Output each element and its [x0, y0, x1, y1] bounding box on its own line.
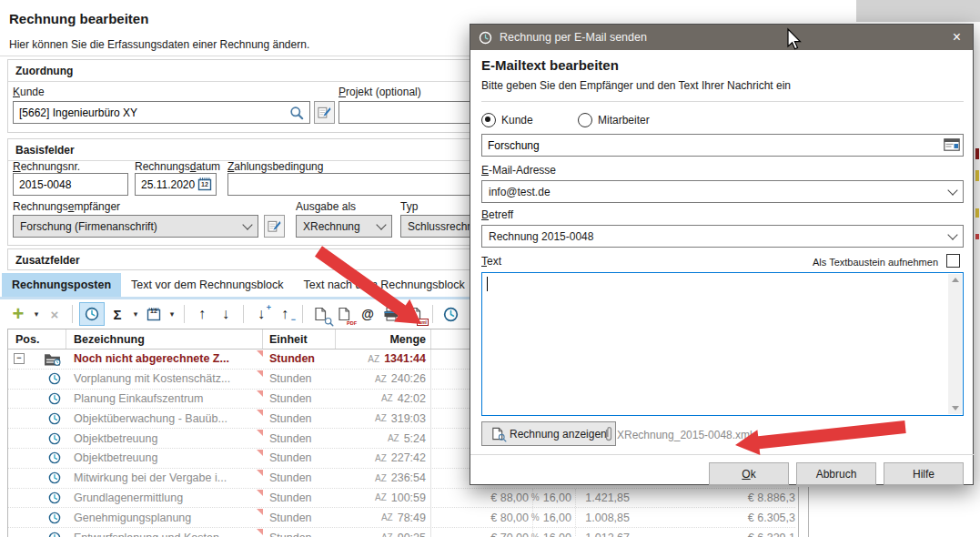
- empfaenger-edit-button[interactable]: [264, 215, 285, 238]
- typ-label: Typ: [400, 200, 418, 213]
- clock-icon: [48, 491, 61, 504]
- add-button[interactable]: +: [7, 303, 29, 325]
- radio-mitarbeiter[interactable]: Mitarbeiter: [578, 113, 650, 127]
- note-marker: [257, 509, 263, 515]
- print-preview-button[interactable]: [309, 303, 331, 325]
- radio-button-icon[interactable]: [578, 113, 592, 127]
- toolbar-separator: [243, 305, 244, 323]
- xrechnung-export-button[interactable]: xml: [404, 303, 426, 325]
- background-window-fragment: [975, 148, 979, 159]
- clock-icon: [48, 512, 61, 524]
- radio-button-icon[interactable]: [481, 113, 496, 127]
- collapse-toggle[interactable]: −: [14, 353, 25, 364]
- divider: [470, 454, 975, 455]
- clock-icon: [479, 31, 492, 45]
- note-marker: [257, 350, 263, 357]
- tab-rechnungsposten[interactable]: Rechnungsposten: [2, 273, 121, 297]
- clock-icon: [48, 372, 61, 385]
- attachment-name[interactable]: XRechnung_2015-0048.xml: [617, 429, 753, 441]
- rechnung-anzeigen-button[interactable]: Rechnung anzeigen: [481, 421, 616, 446]
- radio-kunde[interactable]: Kunde: [481, 113, 533, 127]
- add-menu-button[interactable]: ▾: [31, 303, 42, 325]
- time-entries-toggle-button[interactable]: [79, 302, 105, 326]
- chevron-down-icon: [242, 219, 252, 229]
- kunde-input[interactable]: [13, 101, 310, 124]
- textbaustein-checkbox[interactable]: [946, 254, 960, 268]
- move-down-button[interactable]: ↓: [215, 303, 237, 325]
- toolbar-separator: [302, 305, 303, 323]
- zahlungsbedingung-input[interactable]: [227, 173, 496, 196]
- page-title: Rechnung bearbeiten: [9, 11, 148, 26]
- divider: [0, 56, 510, 56]
- group-basisfelder-header: Basisfelder: [8, 139, 509, 161]
- clock-icon: [85, 307, 99, 321]
- dialog-title: Rechnung per E-Mail senden: [500, 31, 647, 44]
- kunde-edit-button[interactable]: [314, 101, 335, 124]
- rechnungsnr-input[interactable]: [13, 173, 128, 196]
- printer-icon: [383, 307, 399, 321]
- col-header-pos[interactable]: Pos.: [8, 329, 66, 349]
- chevron-down-icon: [947, 229, 957, 239]
- scroll-up-icon[interactable]: [952, 278, 959, 282]
- delete-button[interactable]: ×: [44, 303, 66, 325]
- textarea-scrollbar[interactable]: [948, 274, 962, 414]
- calendar-icon[interactable]: 12: [197, 177, 212, 191]
- time-button[interactable]: [439, 303, 461, 325]
- recipient-input[interactable]: [481, 134, 964, 157]
- email-select[interactable]: info@test.de: [481, 180, 964, 203]
- background-window-fragment: [975, 234, 979, 239]
- page-subtitle: Hier können Sie die Erfassungsdaten eine…: [9, 38, 309, 51]
- betreff-select[interactable]: Rechnung 2015-0048: [481, 225, 964, 248]
- hilfe-button[interactable]: Hilfe: [884, 462, 964, 485]
- sum-button[interactable]: Σ: [106, 303, 128, 325]
- ok-button[interactable]: Ok: [709, 462, 789, 485]
- table-row[interactable]: Grundlagenermittlung Stunden AZ100:59 € …: [8, 489, 795, 509]
- email-dialog: Rechnung per E-Mail senden × E-Mailtext …: [470, 24, 974, 485]
- note-marker: [257, 430, 263, 436]
- col-header-einheit[interactable]: Einheit: [263, 329, 336, 349]
- projekt-label: Projekt (optional): [338, 86, 421, 98]
- edit-icon: [318, 106, 331, 119]
- background-window-fragment: [856, 0, 980, 22]
- calendar-menu-button[interactable]: ▾: [167, 303, 177, 325]
- close-icon[interactable]: ×: [949, 30, 965, 45]
- betreff-label: Betreff: [481, 208, 513, 221]
- col-header-bezeichnung[interactable]: Bezeichnung: [66, 329, 263, 349]
- dialog-titlebar[interactable]: Rechnung per E-Mail senden ×: [470, 25, 973, 50]
- address-book-icon[interactable]: [944, 138, 960, 151]
- group-zusatzfelder: Zusatzfelder: [7, 248, 510, 270]
- table-row[interactable]: Entwurfsplanung und Kosten... Stunden AZ…: [8, 528, 795, 537]
- document-icon: [337, 307, 351, 321]
- note-marker: [257, 529, 263, 535]
- email-button[interactable]: @: [357, 303, 379, 325]
- abbruch-button[interactable]: Abbruch: [796, 462, 876, 485]
- sum-menu-button[interactable]: ▾: [130, 303, 141, 325]
- dialog-subheading: Bitte geben Sie den Empfänger und den Te…: [481, 79, 791, 92]
- table-scrollbar[interactable]: [798, 487, 809, 537]
- scroll-down-icon[interactable]: [952, 406, 959, 410]
- rechnungsempfaenger-select[interactable]: Forschung (Firmenanschrift): [13, 215, 258, 238]
- insert-position-button[interactable]: ↓+: [250, 303, 272, 325]
- table-row[interactable]: Genehmigungsplanung Stunden AZ78:49 € 80…: [8, 508, 795, 528]
- note-marker: [257, 490, 263, 496]
- move-up-button[interactable]: ↑: [191, 303, 213, 325]
- print-button[interactable]: [380, 303, 402, 325]
- note-marker: [257, 370, 263, 377]
- rechnungsempfaenger-label: Rechnungsempfänger: [13, 200, 120, 213]
- tab-text-nach-rechnungsblock[interactable]: Text nach dem Rechnungsblock: [294, 273, 475, 297]
- dialog-heading: E-Mailtext bearbeiten: [481, 57, 619, 73]
- remove-position-button[interactable]: ↑−: [274, 303, 296, 325]
- tab-text-vor-rechnungsblock[interactable]: Text vor dem Rechnungsblock: [121, 273, 293, 297]
- calendar-button[interactable]: 12: [143, 303, 165, 325]
- pdf-export-button[interactable]: PDF: [333, 303, 355, 325]
- screen: Rechnung bearbeiten Hier können Sie die …: [0, 0, 980, 537]
- background-window-fragment: [975, 170, 979, 181]
- clock-icon: [48, 412, 61, 425]
- ausgabe-als-select[interactable]: XRechnung: [296, 215, 392, 238]
- clock-icon: [48, 392, 61, 405]
- col-header-menge[interactable]: Menge: [336, 329, 431, 349]
- search-icon[interactable]: [289, 106, 304, 120]
- message-text-area[interactable]: [481, 272, 964, 416]
- chevron-down-icon: [947, 185, 957, 195]
- rechnungsnr-label: Rechnungsnr.: [13, 160, 80, 173]
